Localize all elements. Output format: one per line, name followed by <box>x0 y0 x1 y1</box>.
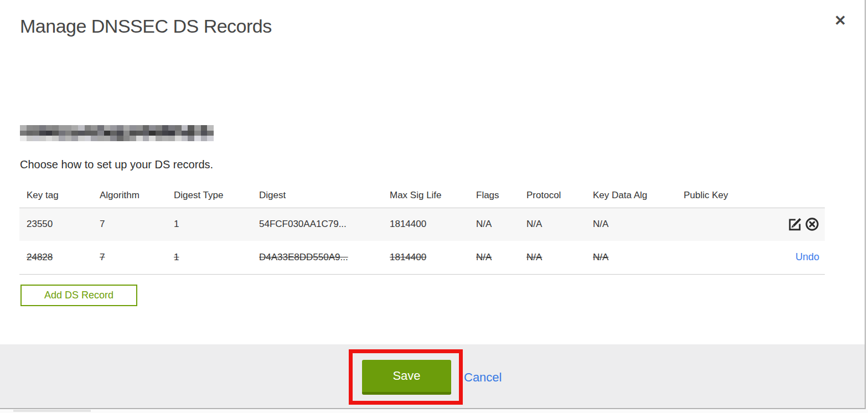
cell-public-key <box>676 241 764 274</box>
row-actions: Undo <box>764 241 825 274</box>
cell-digest: D4A33E8DD550A9... <box>252 241 383 274</box>
col-key-data-alg: Key Data Alg <box>586 184 676 208</box>
cell-key-tag: 23550 <box>19 208 92 241</box>
col-flags: Flags <box>469 184 519 208</box>
col-actions <box>764 184 825 208</box>
redacted-domain-name <box>20 125 214 141</box>
col-max-sig-life: Max Sig Life <box>383 184 469 208</box>
cell-key-data-alg: N/A <box>586 208 676 241</box>
table-row-deleted: 24828 7 1 D4A33E8DD550A9... 1814400 N/A … <box>19 241 825 274</box>
cell-digest: 54FCF030AA1C79... <box>252 208 383 241</box>
cell-max-sig-life: 1814400 <box>383 241 469 274</box>
cell-flags: N/A <box>469 241 519 274</box>
cell-key-data-alg: N/A <box>586 241 676 274</box>
window-right-border <box>865 0 866 409</box>
cell-algorithm: 7 <box>92 208 167 241</box>
cell-public-key <box>676 208 764 241</box>
edit-icon[interactable] <box>788 217 802 231</box>
cell-key-tag: 24828 <box>19 241 92 274</box>
remove-icon[interactable] <box>805 217 819 231</box>
ds-records-table: Key tag Algorithm Digest Type Digest Max… <box>19 184 825 275</box>
below-modal-strip <box>0 409 868 413</box>
cell-digest-type: 1 <box>167 241 252 274</box>
cell-flags: N/A <box>469 208 519 241</box>
cell-max-sig-life: 1814400 <box>383 208 469 241</box>
undo-link[interactable]: Undo <box>795 251 819 262</box>
cancel-link[interactable]: Cancel <box>464 370 502 385</box>
col-digest: Digest <box>252 184 383 208</box>
cell-protocol: N/A <box>519 241 586 274</box>
col-digest-type: Digest Type <box>167 184 252 208</box>
cell-algorithm: 7 <box>92 241 167 274</box>
page-title: Manage DNSSEC DS Records <box>20 16 272 37</box>
below-modal-fragment <box>13 410 91 412</box>
col-public-key: Public Key <box>676 184 764 208</box>
cell-digest-type: 1 <box>167 208 252 241</box>
table-row: 23550 7 1 54FCF030AA1C79... 1814400 N/A … <box>19 208 825 241</box>
close-icon[interactable]: ✕ <box>831 11 850 30</box>
add-ds-record-button[interactable]: Add DS Record <box>20 285 137 306</box>
col-protocol: Protocol <box>519 184 586 208</box>
col-algorithm: Algorithm <box>92 184 167 208</box>
col-key-tag: Key tag <box>19 184 92 208</box>
cell-protocol: N/A <box>519 208 586 241</box>
table-header-row: Key tag Algorithm Digest Type Digest Max… <box>19 184 825 208</box>
save-button[interactable]: Save <box>362 360 451 395</box>
row-actions <box>764 208 825 241</box>
intro-text: Choose how to set up your DS records. <box>20 158 213 171</box>
